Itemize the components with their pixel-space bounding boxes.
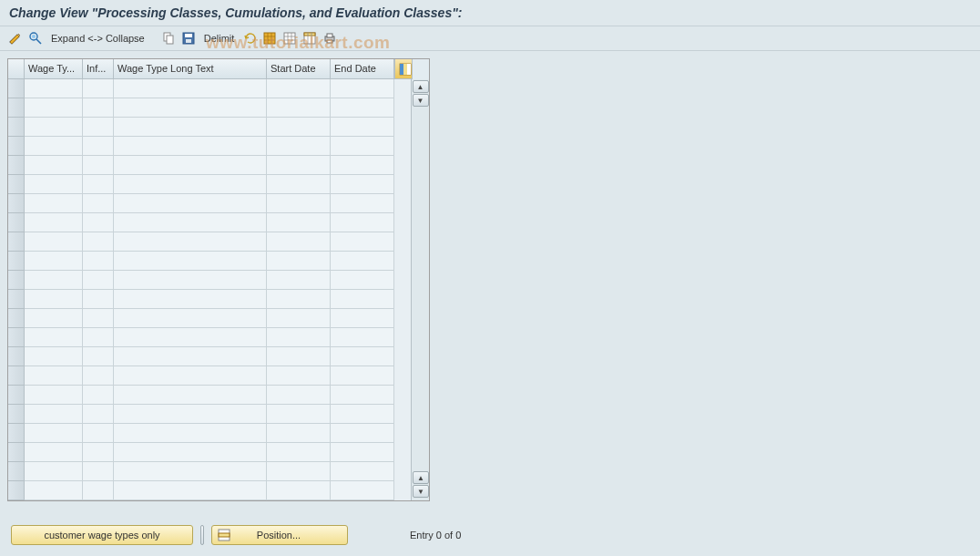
cell-inf[interactable]: [83, 213, 114, 232]
cell-wage-type[interactable]: [25, 194, 83, 213]
cell-long-text[interactable]: [114, 347, 267, 366]
cell-long-text[interactable]: [114, 328, 267, 347]
row-selector[interactable]: [8, 424, 25, 443]
cell-long-text[interactable]: [114, 118, 267, 137]
cell-start-date[interactable]: [267, 194, 331, 213]
cell-wage-type[interactable]: [25, 156, 83, 175]
cell-start-date[interactable]: [267, 347, 331, 366]
cell-inf[interactable]: [83, 137, 114, 156]
cell-end-date[interactable]: [331, 175, 394, 194]
row-selector[interactable]: [8, 232, 25, 252]
cell-long-text[interactable]: [114, 98, 267, 118]
cell-inf[interactable]: [83, 194, 114, 213]
cell-end-date[interactable]: [331, 271, 394, 290]
cell-inf[interactable]: [83, 424, 114, 443]
col-header-wage-type[interactable]: Wage Ty...: [25, 59, 83, 79]
cell-inf[interactable]: [83, 118, 114, 137]
cell-end-date[interactable]: [331, 98, 394, 118]
cell-wage-type[interactable]: [25, 347, 83, 366]
cell-start-date[interactable]: [267, 309, 331, 328]
cell-end-date[interactable]: [331, 118, 394, 137]
print-icon[interactable]: [322, 30, 338, 46]
col-header-end-date[interactable]: End Date: [331, 59, 394, 79]
scroll-up-bottom-arrow-icon[interactable]: ▲: [413, 471, 429, 484]
cell-long-text[interactable]: [114, 79, 267, 98]
row-selector[interactable]: [8, 156, 25, 175]
cell-inf[interactable]: [83, 405, 114, 424]
cell-wage-type[interactable]: [25, 424, 83, 443]
col-header-start-date[interactable]: Start Date: [267, 59, 331, 79]
cell-wage-type[interactable]: [25, 271, 83, 290]
cell-long-text[interactable]: [114, 156, 267, 175]
cell-start-date[interactable]: [267, 271, 331, 290]
vertical-scrollbar[interactable]: ▲ ▼ ▲ ▼: [411, 79, 429, 500]
cell-long-text[interactable]: [114, 252, 267, 271]
cell-wage-type[interactable]: [25, 175, 83, 194]
cell-wage-type[interactable]: [25, 366, 83, 386]
cell-end-date[interactable]: [331, 156, 394, 175]
cell-wage-type[interactable]: [25, 290, 83, 309]
cell-inf[interactable]: [83, 271, 114, 290]
col-header-long-text[interactable]: Wage Type Long Text: [114, 59, 267, 79]
expand-collapse-button[interactable]: Expand <-> Collapse: [47, 31, 148, 46]
cell-long-text[interactable]: [114, 194, 267, 213]
cell-end-date[interactable]: [331, 213, 394, 232]
cell-end-date[interactable]: [331, 347, 394, 366]
cell-long-text[interactable]: [114, 213, 267, 232]
cell-wage-type[interactable]: [25, 481, 83, 500]
cell-end-date[interactable]: [331, 462, 394, 481]
cell-inf[interactable]: [83, 156, 114, 175]
cell-inf[interactable]: [83, 328, 114, 347]
cell-end-date[interactable]: [331, 137, 394, 156]
row-selector[interactable]: [8, 137, 25, 156]
cell-wage-type[interactable]: [25, 98, 83, 118]
cell-end-date[interactable]: [331, 309, 394, 328]
cell-inf[interactable]: [83, 366, 114, 386]
table-settings-icon[interactable]: [301, 30, 318, 46]
cell-start-date[interactable]: [267, 366, 331, 386]
cell-inf[interactable]: [83, 443, 114, 462]
cell-long-text[interactable]: [114, 137, 267, 156]
cell-start-date[interactable]: [267, 137, 331, 156]
select-all-icon[interactable]: [261, 30, 278, 46]
cell-inf[interactable]: [83, 79, 114, 98]
cell-wage-type[interactable]: [25, 443, 83, 462]
cell-long-text[interactable]: [114, 481, 267, 500]
cell-start-date[interactable]: [267, 424, 331, 443]
cell-start-date[interactable]: [267, 481, 331, 500]
deselect-all-icon[interactable]: [281, 30, 298, 46]
row-selector[interactable]: [8, 328, 25, 347]
cell-inf[interactable]: [83, 309, 114, 328]
row-selector[interactable]: [8, 405, 25, 424]
cell-end-date[interactable]: [331, 424, 394, 443]
row-selector[interactable]: [8, 443, 25, 462]
cell-end-date[interactable]: [331, 79, 394, 98]
cell-inf[interactable]: [83, 232, 114, 252]
scroll-up-arrow-icon[interactable]: ▲: [413, 80, 429, 93]
cell-start-date[interactable]: [267, 328, 331, 347]
cell-inf[interactable]: [83, 481, 114, 500]
row-selector[interactable]: [8, 175, 25, 194]
cell-inf[interactable]: [83, 252, 114, 271]
cell-start-date[interactable]: [267, 290, 331, 309]
row-selector[interactable]: [8, 118, 25, 137]
cell-start-date[interactable]: [267, 252, 331, 271]
row-selector[interactable]: [8, 366, 25, 386]
cell-wage-type[interactable]: [25, 386, 83, 405]
cell-long-text[interactable]: [114, 309, 267, 328]
cell-long-text[interactable]: [114, 271, 267, 290]
row-selector[interactable]: [8, 309, 25, 328]
customer-wage-types-button[interactable]: customer wage types only: [11, 525, 193, 545]
copy-icon[interactable]: [160, 30, 177, 46]
row-selector[interactable]: [8, 98, 25, 118]
scroll-down-arrow-icon[interactable]: ▼: [413, 94, 429, 107]
cell-inf[interactable]: [83, 290, 114, 309]
cell-wage-type[interactable]: [25, 309, 83, 328]
cell-long-text[interactable]: [114, 405, 267, 424]
cell-end-date[interactable]: [331, 194, 394, 213]
configure-columns-icon[interactable]: [394, 59, 413, 79]
cell-end-date[interactable]: [331, 328, 394, 347]
cell-wage-type[interactable]: [25, 252, 83, 271]
cell-inf[interactable]: [83, 347, 114, 366]
cell-long-text[interactable]: [114, 232, 267, 252]
